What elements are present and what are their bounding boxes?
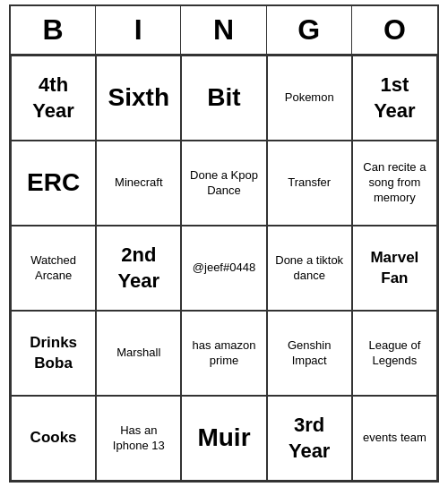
bingo-cell: Done a Kpop Dance [181, 141, 266, 226]
bingo-cell: has amazon prime [181, 311, 266, 396]
bingo-grid: 4th YearSixthBitPokemon1st YearERCMinecr… [11, 56, 437, 481]
bingo-cell: League of Legends [352, 311, 437, 396]
bingo-card: BINGO 4th YearSixthBitPokemon1st YearERC… [9, 4, 439, 483]
bingo-cell: Has an Iphone 13 [96, 396, 181, 481]
bingo-cell: Genshin Impact [267, 311, 352, 396]
bingo-cell: Watched Arcane [11, 226, 96, 311]
bingo-cell: Done a tiktok dance [267, 226, 352, 311]
header-letter: G [267, 6, 352, 54]
bingo-cell: Can recite a song from memory [352, 141, 437, 226]
bingo-cell: 2nd Year [96, 226, 181, 311]
bingo-cell: Transfer [267, 141, 352, 226]
header-letter: I [96, 6, 181, 54]
header-letter: O [352, 6, 437, 54]
bingo-cell: Cooks [11, 396, 96, 481]
bingo-cell: @jeef#0448 [181, 226, 266, 311]
bingo-cell: Bit [181, 56, 266, 141]
bingo-cell: Sixth [96, 56, 181, 141]
bingo-header: BINGO [11, 6, 437, 56]
bingo-cell: 3rd Year [267, 396, 352, 481]
bingo-cell: ERC [11, 141, 96, 226]
bingo-cell: 4th Year [11, 56, 96, 141]
header-letter: N [181, 6, 266, 54]
bingo-cell: Muir [181, 396, 266, 481]
bingo-cell: Drinks Boba [11, 311, 96, 396]
bingo-cell: Marvel Fan [352, 226, 437, 311]
bingo-cell: events team [352, 396, 437, 481]
bingo-cell: Pokemon [267, 56, 352, 141]
bingo-cell: 1st Year [352, 56, 437, 141]
bingo-cell: Minecraft [96, 141, 181, 226]
header-letter: B [11, 6, 96, 54]
bingo-cell: Marshall [96, 311, 181, 396]
